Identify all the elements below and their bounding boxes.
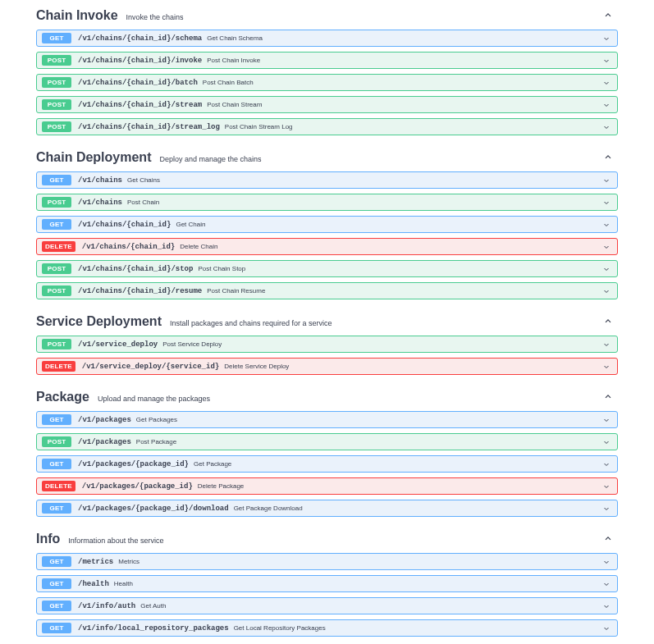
chevron-up-icon (603, 316, 613, 326)
endpoint-row[interactable]: DELETE/v1/chains/{chain_id}Delete Chain (36, 238, 618, 255)
chevron-down-icon (602, 340, 611, 349)
section-header[interactable]: InfoInformation about the service (36, 523, 618, 553)
section-title: Info (36, 532, 60, 546)
section-header[interactable]: Chain InvokeInvoke the chains (36, 0, 618, 30)
endpoint-path: /v1/chains (78, 176, 122, 185)
chevron-down-icon (602, 624, 611, 633)
section-title: Package (36, 390, 89, 404)
endpoint-row[interactable]: POST/v1/chainsPost Chain (36, 194, 618, 211)
chevron-down-icon (602, 265, 611, 273)
endpoint-row[interactable]: GET/v1/chains/{chain_id}Get Chain (36, 216, 618, 233)
endpoint-summary: Get Chain (176, 221, 205, 228)
method-badge: GET (42, 556, 71, 567)
chevron-up-icon (603, 10, 613, 20)
method-badge: POST (42, 121, 71, 132)
method-badge: GET (42, 414, 71, 425)
method-badge: POST (42, 55, 71, 66)
endpoint-path: /v1/info/local_repository_packages (78, 624, 229, 633)
endpoint-row[interactable]: POST/v1/chains/{chain_id}/invokePost Cha… (36, 52, 618, 69)
endpoint-row[interactable]: DELETE/v1/packages/{package_id}Delete Pa… (36, 477, 618, 495)
method-badge: GET (42, 459, 71, 469)
api-section: Chain InvokeInvoke the chainsGET/v1/chai… (36, 0, 618, 135)
chevron-up-icon (603, 533, 613, 543)
endpoint-path: /v1/chains/{chain_id}/schema (78, 34, 202, 43)
endpoint-summary: Post Chain Resume (207, 287, 265, 295)
method-badge: DELETE (42, 241, 75, 252)
endpoint-summary: Get Chain Schema (207, 34, 263, 42)
endpoint-row[interactable]: GET/v1/packages/{package_id}/downloadGet… (36, 500, 618, 517)
section-title: Chain Invoke (36, 8, 118, 23)
endpoint-row[interactable]: DELETE/v1/service_deploy/{service_id}Del… (36, 358, 618, 375)
chevron-down-icon (602, 199, 611, 207)
chevron-down-icon (602, 505, 611, 513)
chevron-down-icon (602, 176, 611, 185)
section-title: Chain Deployment (36, 150, 151, 165)
method-badge: GET (42, 175, 71, 185)
section-header[interactable]: Chain DeploymentDeploy and manage the ch… (36, 142, 618, 171)
section-description: Upload and manage the packages (98, 395, 210, 403)
endpoint-row[interactable]: POST/v1/chains/{chain_id}/stream_logPost… (36, 118, 618, 135)
method-badge: GET (42, 578, 71, 589)
api-section: Service DeploymentInstall packages and c… (36, 306, 618, 375)
endpoint-row[interactable]: GET/v1/packagesGet Packages (36, 411, 618, 428)
endpoint-path: /v1/chains/{chain_id}/stream (78, 101, 202, 109)
chevron-up-icon (603, 152, 613, 162)
endpoint-row[interactable]: GET/v1/packages/{package_id}Get Package (36, 455, 618, 473)
endpoint-path: /v1/packages/{package_id} (78, 460, 189, 468)
endpoint-row[interactable]: POST/v1/chains/{chain_id}/streamPost Cha… (36, 96, 618, 113)
endpoint-row[interactable]: GET/healthHealth (36, 575, 618, 592)
endpoint-summary: Delete Service Deploy (224, 363, 289, 370)
endpoint-summary: Post Chain Stop (198, 265, 245, 272)
chevron-down-icon (602, 243, 611, 251)
endpoint-row[interactable]: GET/v1/info/authGet Auth (36, 597, 618, 614)
endpoint-path: /v1/chains/{chain_id} (78, 221, 171, 229)
endpoint-summary: Post Chain Invoke (207, 57, 260, 64)
endpoint-row[interactable]: GET/v1/info/local_repository_packagesGet… (36, 619, 618, 637)
method-badge: POST (42, 77, 71, 88)
endpoint-path: /v1/packages (78, 416, 131, 424)
chevron-down-icon (602, 101, 611, 109)
method-badge: GET (42, 503, 71, 514)
chevron-up-icon (603, 391, 613, 401)
method-badge: POST (42, 436, 71, 447)
endpoint-summary: Get Local Repository Packages (234, 624, 326, 632)
endpoint-row[interactable]: POST/v1/chains/{chain_id}/resumePost Cha… (36, 282, 618, 299)
chevron-down-icon (602, 363, 611, 371)
section-description: Information about the service (68, 537, 163, 545)
section-header[interactable]: PackageUpload and manage the packages (36, 381, 618, 411)
endpoint-path: /v1/chains/{chain_id}/invoke (78, 57, 202, 65)
endpoint-path: /v1/service_deploy (78, 340, 158, 349)
endpoint-path: /metrics (78, 558, 113, 566)
endpoint-summary: Post Service Deploy (162, 340, 222, 348)
endpoint-summary: Delete Chain (180, 243, 217, 250)
endpoint-row[interactable]: GET/v1/chains/{chain_id}/schemaGet Chain… (36, 30, 618, 47)
method-badge: GET (42, 33, 71, 43)
endpoint-summary: Post Chain Batch (203, 79, 254, 86)
endpoint-path: /health (78, 580, 109, 588)
endpoint-summary: Post Chain (127, 199, 159, 206)
endpoint-path: /v1/chains/{chain_id} (82, 243, 175, 251)
endpoint-path: /v1/service_deploy/{service_id} (82, 363, 219, 371)
endpoint-row[interactable]: POST/v1/chains/{chain_id}/stopPost Chain… (36, 260, 618, 277)
endpoint-row[interactable]: GET/metricsMetrics (36, 553, 618, 570)
method-badge: POST (42, 263, 71, 274)
endpoint-row[interactable]: POST/v1/chains/{chain_id}/batchPost Chai… (36, 74, 618, 91)
endpoint-row[interactable]: GET/v1/chainsGet Chains (36, 171, 618, 189)
endpoint-path: /v1/chains (78, 199, 122, 207)
chevron-down-icon (602, 123, 611, 131)
endpoint-summary: Post Chain Stream Log (225, 123, 293, 130)
chevron-down-icon (602, 460, 611, 468)
endpoint-summary: Health (114, 580, 133, 587)
api-section: InfoInformation about the serviceGET/met… (36, 523, 618, 637)
chevron-down-icon (602, 558, 611, 566)
endpoint-summary: Get Package Download (234, 505, 303, 512)
endpoint-path: /v1/packages/{package_id}/download (78, 505, 229, 513)
endpoint-row[interactable]: POST/v1/service_deployPost Service Deplo… (36, 336, 618, 353)
section-header[interactable]: Service DeploymentInstall packages and c… (36, 306, 618, 336)
endpoint-path: /v1/chains/{chain_id}/batch (78, 79, 198, 87)
chevron-down-icon (602, 57, 611, 65)
method-badge: GET (42, 601, 71, 611)
endpoint-row[interactable]: POST/v1/packagesPost Package (36, 433, 618, 450)
chevron-down-icon (602, 482, 611, 491)
endpoint-summary: Get Package (194, 460, 231, 468)
